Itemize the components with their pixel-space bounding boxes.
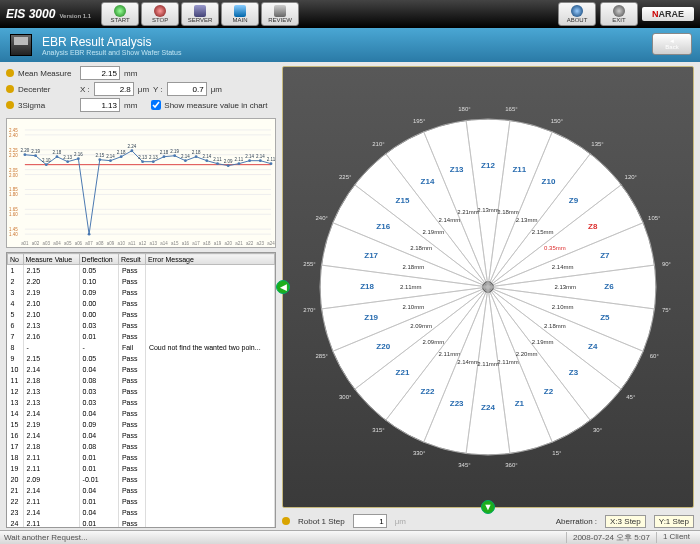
table-row[interactable]: 242.110.01Pass: [8, 518, 275, 529]
table-row[interactable]: 102.140.04Pass: [8, 364, 275, 375]
svg-text:2.14mm: 2.14mm: [457, 359, 479, 365]
svg-text:2.19: 2.19: [170, 149, 179, 154]
svg-text:2.14: 2.14: [181, 154, 190, 159]
table-row[interactable]: 8--FailCoud not find the wanted two poin…: [8, 342, 275, 353]
svg-text:Z7: Z7: [600, 251, 610, 260]
svg-text:2.13mm: 2.13mm: [554, 284, 576, 290]
svg-text:Z14: Z14: [421, 177, 435, 186]
wafer-view: ◀ Z12.11mm15°Z22.20mm30°Z32.19mm45°Z42.1…: [282, 66, 694, 508]
svg-text:a09: a09: [107, 241, 115, 246]
svg-text:Z19: Z19: [364, 313, 378, 322]
svg-point-68: [259, 159, 262, 162]
svg-text:2.10mm: 2.10mm: [552, 304, 574, 310]
status-message: Wait another Request...: [4, 533, 88, 542]
svg-point-33: [66, 160, 69, 163]
table-row[interactable]: 232.140.04Pass: [8, 507, 275, 518]
table-row[interactable]: 212.140.04Pass: [8, 485, 275, 496]
svg-text:2.09: 2.09: [224, 159, 233, 164]
measure-chart: 1.401.451.601.651.801.852.002.052.202.25…: [6, 118, 276, 248]
table-row[interactable]: 22.200.10Pass: [8, 276, 275, 287]
svg-text:Z4: Z4: [588, 342, 598, 351]
svg-point-70: [270, 162, 273, 165]
bullet-icon: [6, 101, 14, 109]
table-row[interactable]: 52.100.00Pass: [8, 309, 275, 320]
table-row[interactable]: 32.190.09Pass: [8, 287, 275, 298]
table-row[interactable]: 192.110.01Pass: [8, 463, 275, 474]
svg-text:2.18mm: 2.18mm: [544, 323, 566, 329]
result-table[interactable]: NoMeasure ValueDeflectionResultError Mes…: [6, 252, 276, 528]
svg-text:Z12: Z12: [481, 161, 495, 170]
svg-point-42: [120, 155, 123, 158]
svg-text:2.11: 2.11: [267, 157, 275, 162]
svg-text:1.80: 1.80: [9, 192, 18, 197]
svg-text:120°: 120°: [625, 174, 638, 180]
svg-text:Z8: Z8: [588, 222, 598, 231]
svg-text:a21: a21: [235, 241, 243, 246]
about-button[interactable]: ABOUT: [558, 2, 596, 26]
table-row[interactable]: 122.130.03Pass: [8, 386, 275, 397]
svg-point-38: [98, 158, 101, 161]
svg-text:195°: 195°: [413, 118, 426, 124]
table-row[interactable]: 132.130.03Pass: [8, 397, 275, 408]
svg-text:2.18: 2.18: [160, 150, 169, 155]
brand-logo: NNARAEARAE: [642, 7, 694, 21]
table-row[interactable]: 72.160.01Pass: [8, 331, 275, 342]
svg-text:a19: a19: [214, 241, 222, 246]
table-row[interactable]: 112.180.08Pass: [8, 375, 275, 386]
svg-text:Z21: Z21: [396, 368, 410, 377]
svg-text:Z2: Z2: [544, 387, 554, 396]
aberr-x-chip: X:3 Step: [605, 515, 646, 528]
start-button[interactable]: START: [101, 2, 139, 26]
svg-text:2.18mm: 2.18mm: [403, 264, 425, 270]
table-row[interactable]: 12.150.05Pass: [8, 265, 275, 276]
back-button[interactable]: ◄ Back: [652, 33, 692, 55]
down-arrow-button[interactable]: ▼: [481, 500, 495, 514]
robot-step-input[interactable]: [353, 514, 387, 528]
svg-text:Z24: Z24: [481, 403, 495, 412]
table-row[interactable]: 222.110.01Pass: [8, 496, 275, 507]
svg-point-60: [216, 162, 219, 165]
decenter-x-input[interactable]: [94, 82, 134, 96]
svg-text:Z17: Z17: [364, 251, 378, 260]
svg-text:Z20: Z20: [376, 342, 390, 351]
svg-point-62: [227, 164, 230, 167]
svg-text:2.13: 2.13: [138, 155, 147, 160]
svg-text:225°: 225°: [339, 174, 352, 180]
table-row[interactable]: 182.110.01Pass: [8, 452, 275, 463]
sigma-input[interactable]: [80, 98, 120, 112]
table-row[interactable]: 172.180.08Pass: [8, 441, 275, 452]
mean-input[interactable]: [80, 66, 120, 80]
svg-text:2.18mm: 2.18mm: [410, 245, 432, 251]
svg-text:2.18: 2.18: [117, 150, 126, 155]
svg-text:2.09mm: 2.09mm: [423, 339, 445, 345]
review-button[interactable]: REVIEW: [261, 2, 299, 26]
prev-arrow-button[interactable]: ◀: [276, 280, 290, 294]
table-row[interactable]: 62.130.03Pass: [8, 320, 275, 331]
table-row[interactable]: 162.140.04Pass: [8, 430, 275, 441]
decenter-y-input[interactable]: [167, 82, 207, 96]
svg-text:105°: 105°: [648, 215, 661, 221]
show-value-checkbox[interactable]: Show measure value in chart: [151, 100, 267, 110]
table-row[interactable]: 142.140.04Pass: [8, 408, 275, 419]
svg-text:Z1: Z1: [515, 399, 525, 408]
svg-text:Z16: Z16: [376, 222, 390, 231]
svg-text:45°: 45°: [626, 394, 636, 400]
status-client: 1 Client: [656, 532, 696, 543]
exit-button[interactable]: EXIT: [600, 2, 638, 26]
svg-text:1.65: 1.65: [9, 207, 18, 212]
table-row[interactable]: 42.100.00Pass: [8, 298, 275, 309]
svg-text:1.60: 1.60: [9, 212, 18, 217]
svg-text:2.13mm: 2.13mm: [516, 217, 538, 223]
table-row[interactable]: 92.150.05Pass: [8, 353, 275, 364]
stop-button[interactable]: STOP: [141, 2, 179, 26]
table-row[interactable]: 202.09-0.01Pass: [8, 474, 275, 485]
svg-text:330°: 330°: [413, 450, 426, 456]
svg-text:15°: 15°: [552, 450, 562, 456]
svg-text:a11: a11: [128, 241, 136, 246]
server-button[interactable]: SERVER: [181, 2, 219, 26]
svg-point-27: [34, 154, 37, 157]
table-row[interactable]: 152.190.09Pass: [8, 419, 275, 430]
main-button[interactable]: MAIN: [221, 2, 259, 26]
svg-text:2.40: 2.40: [9, 133, 18, 138]
svg-text:2.25: 2.25: [9, 148, 18, 153]
